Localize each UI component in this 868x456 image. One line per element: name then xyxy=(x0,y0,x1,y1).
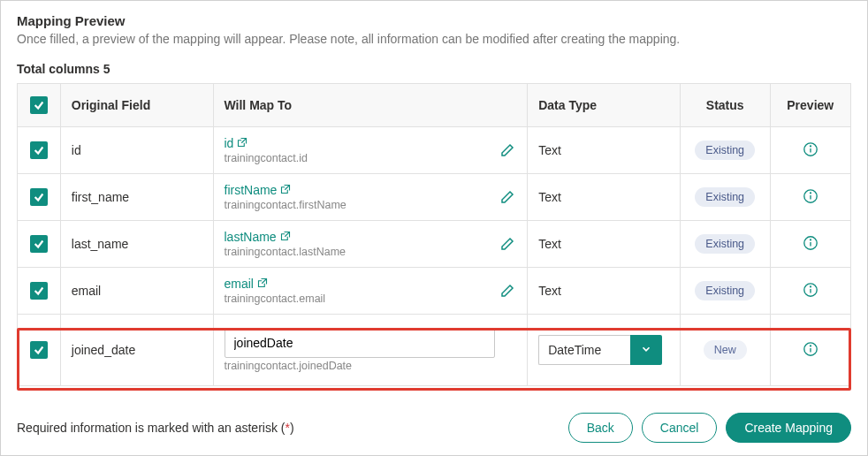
original-field-cell: id xyxy=(60,127,213,174)
original-field-cell: email xyxy=(60,268,213,315)
edit-mapping-button[interactable] xyxy=(500,284,514,298)
will-map-to-cell: id trainingcontact.id xyxy=(213,127,528,174)
row-checkbox[interactable] xyxy=(30,282,48,300)
external-link-icon xyxy=(280,183,291,197)
preview-cell xyxy=(770,315,851,386)
row-checkbox[interactable] xyxy=(30,141,48,159)
original-field-cell: first_name xyxy=(60,174,213,221)
edit-mapping-button[interactable] xyxy=(500,190,514,204)
map-to-subtext: trainingcontact.lastName xyxy=(225,246,496,258)
preview-cell xyxy=(770,221,851,268)
header-original-field: Original Field xyxy=(60,84,213,127)
status-badge: New xyxy=(704,340,747,360)
header-status: Status xyxy=(680,84,770,127)
data-type-cell: Text xyxy=(528,127,681,174)
preview-info-button[interactable] xyxy=(803,235,819,251)
map-to-subtext: trainingcontact.firstName xyxy=(225,199,496,211)
row-checkbox-cell xyxy=(18,268,61,315)
edit-mapping-button[interactable] xyxy=(500,143,514,157)
row-checkbox[interactable] xyxy=(30,341,48,359)
row-checkbox[interactable] xyxy=(30,188,48,206)
data-type-value: DateTime xyxy=(538,335,630,365)
select-all-checkbox[interactable] xyxy=(30,96,48,114)
back-button[interactable]: Back xyxy=(568,413,633,443)
mapping-table: Original Field Will Map To Data Type Sta… xyxy=(17,83,851,386)
required-note: Required information is marked with an a… xyxy=(17,421,294,435)
row-checkbox-cell xyxy=(18,127,61,174)
map-to-input[interactable] xyxy=(225,328,496,358)
header-data-type: Data Type xyxy=(528,84,681,127)
preview-cell xyxy=(770,174,851,221)
will-map-to-cell: lastName trainingcontact.lastName xyxy=(213,221,528,268)
will-map-to-cell: email trainingcontact.email xyxy=(213,268,528,315)
map-to-subtext: trainingcontact.joinedDate xyxy=(225,360,496,372)
required-note-suffix: ) xyxy=(290,421,294,435)
table-row: emailemail trainingcontact.emailTextExis… xyxy=(18,268,851,315)
external-link-icon xyxy=(237,136,247,150)
chevron-down-icon xyxy=(640,343,652,358)
status-cell: Existing xyxy=(680,174,770,221)
map-to-link[interactable]: email xyxy=(225,277,268,291)
map-to-link[interactable]: firstName xyxy=(225,183,292,197)
panel-title: Mapping Preview xyxy=(17,13,851,28)
data-type-cell: Text xyxy=(528,221,681,268)
svg-point-11 xyxy=(810,285,811,286)
preview-info-button[interactable] xyxy=(803,141,819,157)
header-checkbox-cell xyxy=(18,84,61,127)
status-cell: Existing xyxy=(680,127,770,174)
row-checkbox[interactable] xyxy=(30,235,48,253)
header-will-map-to: Will Map To xyxy=(213,84,528,127)
required-note-prefix: Required information is marked with an a… xyxy=(17,421,285,435)
preview-info-button[interactable] xyxy=(803,341,819,357)
status-cell: Existing xyxy=(680,221,770,268)
will-map-to-cell: firstName trainingcontact.firstName xyxy=(213,174,528,221)
status-cell: New xyxy=(680,315,770,386)
table-row: last_namelastName trainingcontact.lastNa… xyxy=(18,221,851,268)
status-badge: Existing xyxy=(695,187,755,207)
svg-point-5 xyxy=(810,192,811,193)
create-mapping-button[interactable]: Create Mapping xyxy=(726,413,851,443)
preview-cell xyxy=(770,127,851,174)
data-type-select[interactable]: DateTime xyxy=(538,335,662,365)
table-row: first_namefirstName trainingcontact.firs… xyxy=(18,174,851,221)
preview-info-button[interactable] xyxy=(803,282,819,298)
footer-bar: Required information is marked with an a… xyxy=(17,413,851,443)
edit-mapping-button[interactable] xyxy=(500,237,514,251)
header-preview: Preview xyxy=(770,84,851,127)
preview-info-button[interactable] xyxy=(803,188,819,204)
external-link-icon xyxy=(257,277,268,291)
footer-buttons: Back Cancel Create Mapping xyxy=(568,413,851,443)
preview-cell xyxy=(770,268,851,315)
table-row: joined_datetrainingcontact.joinedDateDat… xyxy=(18,315,851,386)
data-type-dropdown-button[interactable] xyxy=(630,335,662,365)
cancel-button[interactable]: Cancel xyxy=(642,413,718,443)
svg-point-14 xyxy=(810,345,811,346)
data-type-cell: Text xyxy=(528,268,681,315)
data-type-cell: DateTime xyxy=(528,315,681,386)
status-cell: Existing xyxy=(680,268,770,315)
original-field-cell: last_name xyxy=(60,221,213,268)
total-columns-label: Total columns 5 xyxy=(17,62,851,76)
table-row: idid trainingcontact.idTextExisting xyxy=(18,127,851,174)
map-to-link[interactable]: lastName xyxy=(225,230,291,244)
mapping-preview-panel: Mapping Preview Once filled, a preview o… xyxy=(0,0,868,456)
original-field-cell: joined_date xyxy=(60,315,213,386)
svg-point-8 xyxy=(810,239,811,239)
map-to-subtext: trainingcontact.id xyxy=(225,152,496,164)
status-badge: Existing xyxy=(695,234,755,254)
external-link-icon xyxy=(280,230,291,244)
row-checkbox-cell xyxy=(18,221,61,268)
map-to-subtext: trainingcontact.email xyxy=(225,293,496,305)
svg-point-2 xyxy=(810,145,811,146)
row-checkbox-cell xyxy=(18,315,61,386)
data-type-cell: Text xyxy=(528,174,681,221)
row-checkbox-cell xyxy=(18,174,61,221)
status-badge: Existing xyxy=(695,281,755,300)
map-to-link[interactable]: id xyxy=(225,136,248,150)
will-map-to-cell: trainingcontact.joinedDate xyxy=(213,315,528,386)
panel-subtitle: Once filled, a preview of the mapping wi… xyxy=(17,32,851,46)
status-badge: Existing xyxy=(695,141,755,160)
